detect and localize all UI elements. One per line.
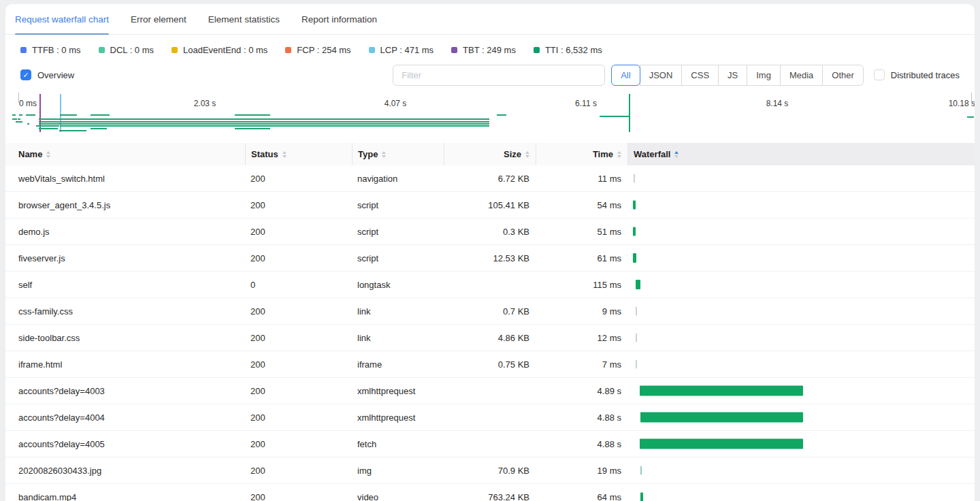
column-header-name[interactable]: Name <box>5 143 245 165</box>
sort-icon[interactable] <box>674 151 679 158</box>
cell-waterfall <box>627 457 975 483</box>
waterfall-bar <box>640 413 803 423</box>
sort-icon[interactable] <box>46 151 50 158</box>
legend-tti: TTI : 6,532 ms <box>534 45 602 55</box>
table-row[interactable]: browser_agent_3.4.5.js200script105.41 KB… <box>5 192 975 219</box>
table-row[interactable]: demo.js200script0.3 KB51 ms <box>5 219 975 245</box>
legend-swatch-icon <box>534 47 540 53</box>
cell-waterfall <box>627 298 975 324</box>
cell-time: 61 ms <box>536 253 627 263</box>
cell-status: 0 <box>245 280 352 290</box>
cell-waterfall <box>627 245 975 271</box>
filter-button-all[interactable]: All <box>611 65 640 86</box>
column-label: Status <box>251 149 278 159</box>
cell-status: 200 <box>245 359 352 370</box>
caret-up-icon <box>46 151 50 154</box>
tab-report-information[interactable]: Report information <box>301 4 377 34</box>
filter-button-other[interactable]: Other <box>822 65 864 86</box>
table-row[interactable]: css-family.css200link0.7 KB9 ms <box>5 298 975 325</box>
caret-down-icon <box>46 155 50 158</box>
overview-request-bar <box>600 116 629 117</box>
filter-button-media[interactable]: Media <box>780 65 823 86</box>
cell-status: 200 <box>245 200 352 210</box>
overview-timeline[interactable]: 0 ms2.03 s4.07 s6.11 s8.14 s10.18 s <box>5 90 975 136</box>
cell-type: link <box>352 306 444 317</box>
table-row[interactable]: accounts?delay=4004200xmlhttprequest4.88… <box>5 404 975 431</box>
filter-input[interactable] <box>393 65 605 86</box>
cell-time: 64 ms <box>536 492 627 501</box>
legend-swatch-icon <box>285 47 291 53</box>
cell-status: 200 <box>245 253 352 263</box>
tab-error-element[interactable]: Error element <box>131 4 186 34</box>
column-header-time[interactable]: Time <box>536 143 627 165</box>
cell-size: 70.9 KB <box>444 466 536 476</box>
waterfall-bar <box>636 307 637 316</box>
caret-up-icon <box>617 151 621 154</box>
cell-size: 0.3 KB <box>444 227 536 237</box>
tab-element-statistics[interactable]: Element statistics <box>208 4 280 34</box>
legend-loadeventend: LoadEventEnd : 0 ms <box>172 45 267 55</box>
cell-type: xmlhttprequest <box>352 386 444 396</box>
cell-name: css-family.css <box>5 306 245 317</box>
overview-request-bar <box>26 114 35 116</box>
cell-size: 6.72 KB <box>444 174 536 184</box>
overview-request-bar <box>235 114 270 116</box>
column-header-type[interactable]: Type <box>352 143 444 165</box>
overview-request-bar <box>19 114 22 116</box>
overview-request-bar <box>39 121 489 123</box>
distributed-traces-toggle[interactable]: Distributed traces <box>874 69 960 80</box>
table-row[interactable]: 20200826030433.jpg200img70.9 KB19 ms <box>5 457 975 484</box>
tab-bar: Request waterfall chartError elementElem… <box>5 4 975 35</box>
caret-down-icon <box>282 155 287 158</box>
cell-type: navigation <box>352 174 444 184</box>
table-row[interactable]: side-toolbar.css200link4.86 KB12 ms <box>5 325 975 351</box>
checkbox-checked-icon[interactable]: ✓ <box>20 69 31 80</box>
sort-icon[interactable] <box>525 151 529 158</box>
filter-button-img[interactable]: Img <box>747 65 781 86</box>
table-row[interactable]: iframe.html200iframe0.75 KB7 ms <box>5 351 975 378</box>
cell-waterfall <box>627 484 975 501</box>
legend-swatch-icon <box>20 47 27 53</box>
waterfall-bar <box>634 174 635 183</box>
table-row[interactable]: webVitals_switch.html200navigation6.72 K… <box>5 165 975 192</box>
table-row[interactable]: fiveserver.js200script12.53 KB61 ms <box>5 245 975 272</box>
column-header-size[interactable]: Size <box>444 143 536 165</box>
cell-time: 9 ms <box>536 306 627 317</box>
legend-ttfb: TTFB : 0 ms <box>20 45 81 55</box>
overview-toggle[interactable]: ✓ Overview <box>20 69 74 80</box>
table-row[interactable]: accounts?delay=4003200xmlhttprequest4.89… <box>5 378 975 404</box>
cell-waterfall <box>627 404 975 430</box>
cell-status: 200 <box>245 306 352 317</box>
sort-icon[interactable] <box>617 151 621 158</box>
filter-button-js[interactable]: JS <box>718 65 747 86</box>
cell-time: 4.88 s <box>536 413 627 423</box>
table-row[interactable]: accounts?delay=4005200fetch4.88 s <box>5 431 975 457</box>
waterfall-bar <box>640 493 643 501</box>
cell-size: 763.24 KB <box>444 492 536 501</box>
table-row[interactable]: self0longtask115 ms <box>5 272 975 298</box>
column-label: Time <box>593 149 613 159</box>
cell-status: 200 <box>245 227 352 237</box>
cell-waterfall <box>627 272 975 297</box>
timeline-tick <box>971 93 972 103</box>
legend-swatch-icon <box>451 47 457 53</box>
cell-type: iframe <box>352 359 444 370</box>
filter-button-json[interactable]: JSON <box>640 65 683 86</box>
cell-time: 7 ms <box>536 359 627 370</box>
column-header-status[interactable]: Status <box>245 143 352 165</box>
sort-icon[interactable] <box>382 151 386 158</box>
tab-request-waterfall-chart[interactable]: Request waterfall chart <box>15 4 109 34</box>
cell-type: img <box>352 466 444 476</box>
filter-button-css[interactable]: CSS <box>681 65 719 86</box>
cell-status: 200 <box>245 413 352 423</box>
cell-name: accounts?delay=4005 <box>5 439 245 449</box>
timeline-tick <box>18 93 19 103</box>
table-body: webVitals_switch.html200navigation6.72 K… <box>5 165 975 501</box>
sort-icon[interactable] <box>282 151 287 158</box>
column-header-waterfall[interactable]: Waterfall <box>627 143 975 165</box>
checkbox-unchecked-icon[interactable] <box>874 69 885 80</box>
table-row[interactable]: bandicam.mp4200video763.24 KB64 ms <box>5 484 975 501</box>
cell-type: longtask <box>352 280 444 290</box>
waterfall-bar <box>633 201 636 210</box>
legend-label: FCP : 254 ms <box>297 45 350 55</box>
